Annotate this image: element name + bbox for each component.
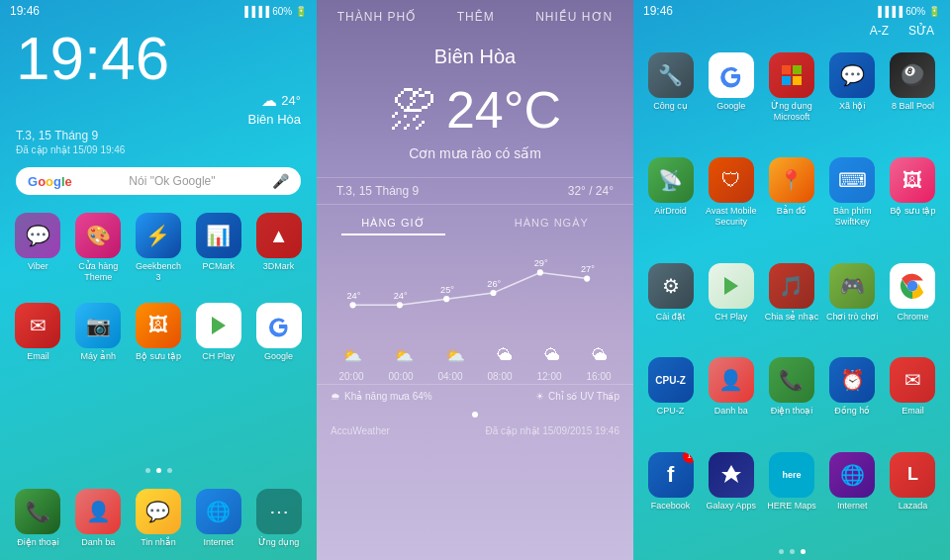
weather-cloud-icon: ⛈ [389, 83, 436, 138]
tab-city[interactable]: THÀNH PHỐ [337, 10, 416, 24]
maps-label: Bản đồ [777, 206, 808, 217]
drawer-app-heremaps[interactable]: here HERE Maps [762, 447, 820, 539]
location-display: Biên Hòa [0, 112, 317, 127]
edit-button[interactable]: SỬA [908, 24, 934, 38]
app-grid-row1: 💬 Viber 🎨 Cửa hàng Theme ⚡ Geekbench 3 📊… [0, 203, 317, 293]
dock-messages[interactable]: 💬 Tin nhắn [131, 485, 187, 552]
weather-city: Biên Hòa [434, 46, 516, 68]
drawer-app-clock[interactable]: ⏰ Đồng hồ [823, 352, 882, 444]
drawer-app-microsoft[interactable]: Ứng dụng Microsoft [762, 47, 820, 150]
drawer-pagination [633, 543, 950, 560]
app-camera[interactable]: 📷 Máy ảnh [70, 299, 127, 366]
app-google[interactable]: Google [250, 299, 307, 366]
daily-tab[interactable]: HÀNG NGÀY [495, 213, 609, 235]
uv-icon: ☀ [535, 391, 544, 402]
cpuz-icon: CPU-Z [648, 357, 694, 403]
chrome-label: Chrome [897, 312, 928, 323]
weather-tab-bar: THÀNH PHỐ THÊM NHIỀU HƠN [317, 0, 633, 30]
drawer-app-email2[interactable]: ✉ Email [884, 352, 942, 444]
theme-icon: 🎨 [75, 213, 121, 258]
music-label: Chia sẻ nhạc [765, 312, 819, 323]
app-gallery[interactable]: 🖼 Bộ sưu tập [131, 299, 187, 366]
drawer-app-phone2[interactable]: 📞 Điện thoại [762, 352, 820, 444]
google-app-icon [256, 303, 302, 348]
dock-apps[interactable]: ⋯ Ứng dụng [250, 485, 307, 552]
drawer-app-contacts2[interactable]: 👤 Danh ba [702, 352, 760, 444]
hourly-icons-row: ⛅ ⛅ ⛅ 🌥 🌥 🌥 [317, 342, 633, 369]
drawer-app-gallery2[interactable]: 🖼 Bộ sưu tập [884, 152, 942, 255]
app-email[interactable]: ✉ Email [10, 299, 66, 366]
airdroid-label: AirDroid [654, 206, 687, 217]
hourly-tab[interactable]: HÀNG GIỜ [341, 213, 444, 235]
dock-internet[interactable]: 🌐 Internet [190, 485, 246, 552]
galaxyapps-label: Galaxy Apps [707, 501, 757, 512]
app-drawer-grid: 🔧 Công cụ Google Ứng dụng Microsoft 💬 Xã… [633, 44, 950, 543]
8ball-icon: 🎱 [890, 52, 935, 98]
drawer-app-galaxyapps[interactable]: Galaxy Apps [702, 447, 760, 539]
drawer-app-tools[interactable]: 🔧 Công cụ [641, 47, 700, 150]
tab-more2[interactable]: NHIỀU HƠN [535, 10, 613, 24]
time-2: 00:00 [388, 371, 413, 382]
page-indicator [0, 464, 317, 477]
svg-text:27°: 27° [581, 264, 595, 274]
search-bar[interactable]: Google Nói "Ok Google" 🎤 [16, 167, 301, 195]
hourly-tab-bar: HÀNG GIỜ HÀNG NGÀY [317, 205, 633, 243]
tab-more1[interactable]: THÊM [457, 10, 495, 24]
drawer-app-games[interactable]: 🎮 Chơi trò chơi [823, 258, 882, 350]
email2-icon: ✉ [890, 357, 935, 403]
viber-label: Viber [28, 261, 48, 272]
app-viber[interactable]: 💬 Viber [10, 209, 66, 287]
app-theme[interactable]: 🎨 Cửa hàng Theme [70, 209, 127, 287]
social-label: Xã hội [839, 101, 866, 112]
drawer-app-internet2[interactable]: 🌐 Internet [823, 447, 882, 539]
drawer-app-settings[interactable]: ⚙ Cài đặt [641, 258, 700, 350]
drawer-app-google[interactable]: Google [702, 47, 760, 150]
svg-text:26°: 26° [487, 279, 501, 289]
drawer-app-airdroid[interactable]: 📡 AirDroid [641, 152, 700, 255]
clock-display: 19:46 [0, 20, 317, 89]
app-chplay[interactable]: CH Play [190, 299, 246, 366]
drawer-app-keyboard[interactable]: ⌨ Bàn phím SwiftKey [823, 152, 882, 255]
svg-point-5 [537, 269, 543, 275]
tools-icon: 🔧 [648, 52, 694, 98]
dock-messages-icon: 💬 [136, 489, 181, 534]
mic-icon[interactable]: 🎤 [272, 173, 289, 189]
drawer-app-cpuz[interactable]: CPU-Z CPU-Z [641, 352, 700, 444]
phone2-label: Điện thoại [771, 406, 813, 417]
facebook-label: Facebook [651, 501, 691, 512]
app-geekbench[interactable]: ⚡ Geekbench 3 [131, 209, 187, 287]
drawer-app-maps[interactable]: 📍 Bản đồ [762, 152, 820, 255]
drawer-app-music[interactable]: 🎵 Chia sẻ nhạc [762, 258, 820, 350]
contacts2-icon: 👤 [709, 357, 754, 403]
drawer-app-8ball[interactable]: 🎱 8 Ball Pool [884, 47, 942, 150]
dock-apps-label: Ứng dụng [258, 537, 300, 548]
tools-label: Công cụ [653, 101, 688, 112]
dock-contacts[interactable]: 👤 Danh ba [70, 485, 127, 552]
app-pcmark[interactable]: 📊 PCMark [190, 209, 246, 287]
sort-az-button[interactable]: A-Z [870, 24, 889, 38]
dock-phone[interactable]: 📞 Điện thoại [10, 485, 66, 552]
battery-icon-p3: 60% 🔋 [905, 6, 940, 17]
drawer-app-lazada[interactable]: L Lazada [884, 447, 942, 539]
time-p1: 19:46 [10, 4, 40, 18]
search-hint[interactable]: Nói "Ok Google" [80, 174, 264, 188]
drawer-app-chrome[interactable]: Chrome [884, 258, 942, 350]
dot-2 [156, 468, 161, 473]
games-label: Chơi trò chơi [826, 312, 879, 323]
camera-icon: 📷 [75, 303, 121, 348]
drawer-app-social[interactable]: 💬 Xã hội [823, 47, 882, 150]
gallery-label: Bộ sưu tập [136, 351, 181, 362]
drawer-dot-3 [801, 549, 806, 554]
icon-h5: 🌥 [544, 346, 560, 365]
cpuz-label: CPU-Z [657, 406, 685, 417]
facebook-icon: f 1 [648, 452, 694, 498]
avast-icon: 🛡 [709, 157, 754, 203]
drawer-app-avast[interactable]: 🛡 Avast Mobile Security [702, 152, 760, 255]
drawer-app-chplay2[interactable]: CH Play [702, 258, 760, 350]
internet2-label: Internet [837, 501, 868, 512]
status-bar-p3: 19:46 ▐▐▐▐ 60% 🔋 [633, 0, 950, 20]
app-3dmark[interactable]: ▲ 3DMark [250, 209, 307, 287]
drawer-dot-2 [790, 549, 795, 554]
email-label: Email [27, 351, 49, 362]
drawer-app-facebook[interactable]: f 1 Facebook [641, 447, 700, 539]
